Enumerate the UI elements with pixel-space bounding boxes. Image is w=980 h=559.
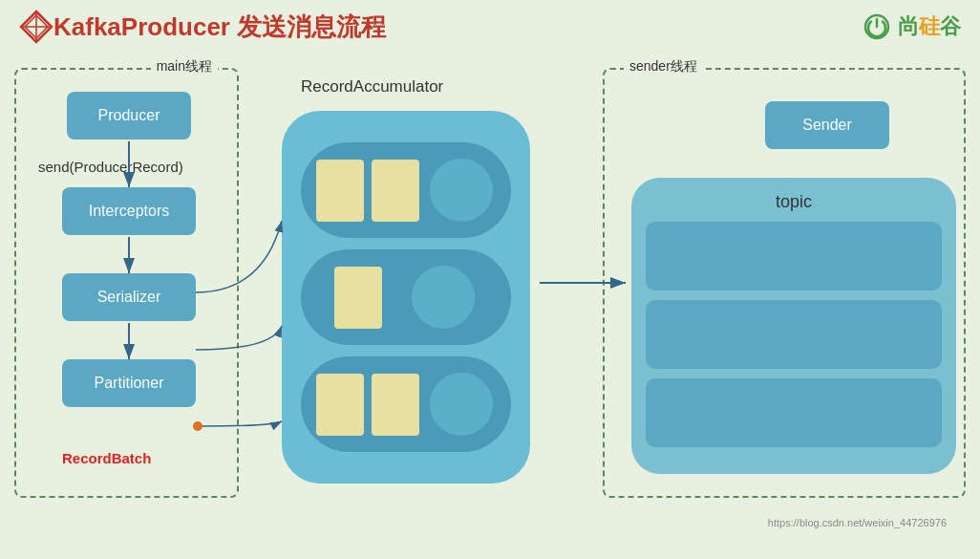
record-accumulator-label: RecordAccumulator	[301, 77, 443, 97]
watermark: https://blog.csdn.net/weixin_44726976	[768, 517, 947, 528]
record-batch-label: RecordBatch	[62, 450, 151, 466]
sender-component: Sender	[765, 101, 889, 149]
brand-text: 尚硅谷	[898, 12, 961, 41]
interceptors-label: Interceptors	[89, 203, 169, 220]
sender-label: Sender	[802, 117, 852, 134]
topic-partition-3	[646, 378, 942, 447]
main-thread-label: main线程	[151, 58, 218, 75]
pill-row-1	[301, 142, 511, 238]
pill-block-3b	[372, 374, 419, 436]
brand-area: 尚硅谷	[862, 11, 961, 42]
serializer-component: Serializer	[62, 273, 196, 321]
pill-circle-2	[409, 263, 478, 332]
serializer-label: Serializer	[97, 289, 161, 306]
pill-block-2a	[334, 267, 382, 329]
sender-thread-label: sender线程	[624, 58, 703, 75]
header: KafkaProducer 发送消息流程 尚硅谷	[0, 0, 980, 54]
producer-label: Producer	[98, 107, 160, 124]
partitioner-label: Partitioner	[95, 375, 164, 392]
record-accumulator-container: RecordAccumulator	[272, 68, 540, 498]
pill-block-1a	[316, 160, 364, 222]
pill-row-3	[301, 356, 511, 452]
diagram-area: main线程 sender线程 Producer send(ProducerRe…	[14, 54, 966, 536]
pill-block-1b	[372, 160, 419, 222]
topic-partition-2	[646, 300, 942, 369]
producer-component: Producer	[67, 92, 191, 140]
kafka-logo-icon	[19, 10, 53, 44]
pill-circle-1	[427, 156, 496, 225]
accumulator-outer	[282, 111, 530, 484]
pill-block-3a	[316, 374, 364, 436]
pill-circle-3	[427, 370, 496, 439]
brand-power-icon	[862, 11, 892, 42]
interceptors-component: Interceptors	[62, 187, 196, 235]
topic-label: topic	[646, 192, 942, 212]
partitioner-component: Partitioner	[62, 359, 196, 407]
pill-row-2	[301, 249, 511, 345]
topic-partition-1	[646, 222, 942, 290]
page-title: KafkaProducer 发送消息流程	[53, 11, 386, 44]
send-label: send(ProducerRecord)	[38, 159, 183, 175]
topic-container: topic	[631, 178, 956, 474]
